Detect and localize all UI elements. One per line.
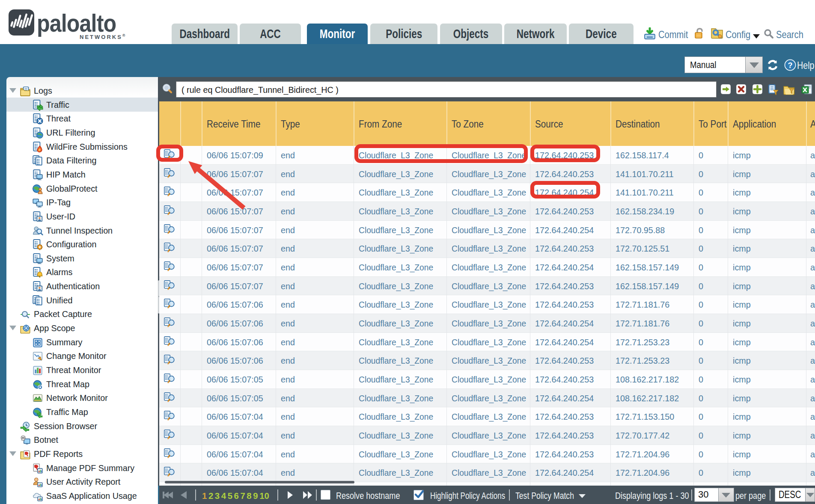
svg-text:?: ? <box>788 61 793 70</box>
